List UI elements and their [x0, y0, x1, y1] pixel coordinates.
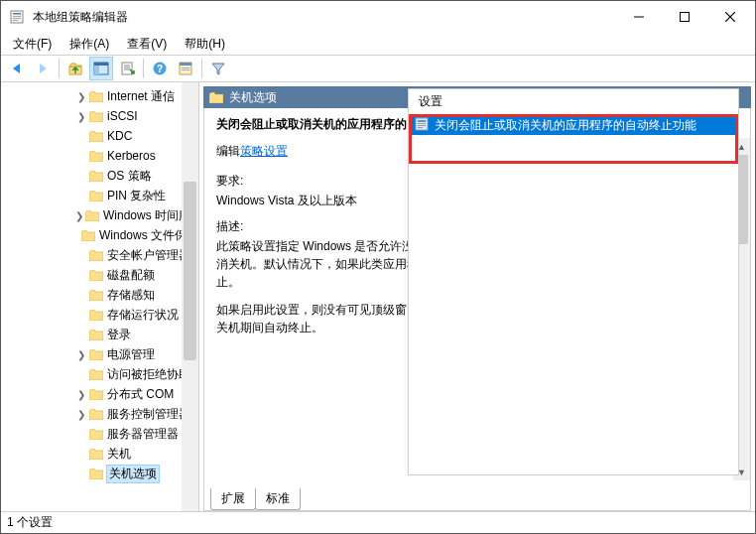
tree-item[interactable]: ❯Internet 通信 [1, 86, 198, 106]
svg-rect-18 [182, 67, 189, 68]
settings-list-item[interactable]: 关闭会阻止或取消关机的应用程序的自动终止功能 [409, 115, 738, 135]
edit-policy-link[interactable]: 策略设置 [240, 144, 288, 158]
tree-item-label: 关机选项 [107, 466, 159, 482]
tree-item-label: 安全帐户管理器 [107, 247, 190, 264]
tree-item[interactable]: 存储运行状况 [1, 305, 198, 325]
tree-expander-icon[interactable]: ❯ [75, 91, 87, 102]
folder-icon [89, 151, 103, 162]
settings-item-label: 关闭会阻止或取消关机的应用程序的自动终止功能 [435, 117, 696, 134]
tree-expander-icon[interactable]: ❯ [75, 210, 83, 221]
minimize-button[interactable] [616, 1, 662, 33]
svg-rect-4 [13, 20, 18, 21]
tree-item[interactable]: OS 策略 [1, 166, 198, 186]
folder-icon [89, 191, 103, 201]
tree-scrollbar[interactable] [182, 82, 198, 511]
tree-item-label: 访问被拒绝协助 [107, 366, 190, 383]
details-header-title: 关机选项 [229, 89, 277, 106]
tree-item[interactable]: 关机选项 [1, 464, 198, 483]
close-button[interactable] [707, 1, 753, 33]
tree-item[interactable]: 安全帐户管理器 [1, 245, 198, 265]
toolbar-separator [143, 59, 144, 78]
tree-item-label: 关机 [107, 446, 131, 463]
title-bar[interactable]: 本地组策略编辑器 [1, 1, 755, 33]
tree-scroll-thumb[interactable] [184, 182, 196, 360]
export-list-button[interactable] [115, 57, 139, 80]
help-button[interactable]: ? [148, 57, 172, 80]
folder-icon [89, 389, 103, 400]
properties-button[interactable] [174, 57, 197, 80]
tree-item[interactable]: Kerberos [1, 146, 198, 166]
tree-item[interactable]: ❯分布式 COM [1, 384, 198, 404]
detail-tabs: 扩展 标准 [204, 488, 300, 510]
tree-item[interactable]: ❯服务控制管理器 [1, 404, 198, 424]
maximize-button[interactable] [662, 1, 707, 33]
back-button[interactable] [5, 57, 29, 80]
folder-icon [89, 310, 103, 321]
tree-expander-icon[interactable]: ❯ [75, 111, 87, 122]
menu-action[interactable]: 操作(A) [62, 34, 117, 55]
svg-rect-2 [13, 16, 21, 17]
tree-item[interactable]: 登录 [1, 325, 198, 344]
tree-item[interactable]: PIN 复杂性 [1, 186, 198, 205]
tree-item-label: Internet 通信 [107, 88, 175, 105]
toolbar-separator [59, 59, 60, 78]
tree-item[interactable]: ❯Windows 时间服务 [1, 205, 198, 225]
tree-item-label: 电源管理 [107, 346, 155, 363]
tree-item[interactable]: KDC [1, 126, 198, 146]
edit-label: 编辑 [216, 144, 240, 158]
svg-rect-3 [13, 18, 21, 19]
filter-button[interactable] [206, 57, 230, 80]
folder-icon [209, 92, 223, 103]
tree-expander-icon[interactable]: ❯ [75, 349, 87, 360]
tab-extended[interactable]: 扩展 [210, 488, 256, 510]
toolbar: ? [1, 55, 755, 82]
status-bar: 1 个设置 [1, 511, 755, 533]
svg-rect-1 [13, 13, 21, 15]
tree-item[interactable]: ❯电源管理 [1, 344, 198, 364]
forward-button[interactable] [31, 57, 55, 80]
folder-icon [89, 171, 103, 182]
status-text: 1 个设置 [7, 514, 53, 531]
tree-item-label: Kerberos [107, 149, 156, 163]
folder-icon [89, 330, 103, 340]
svg-rect-24 [418, 127, 423, 128]
window-title: 本地组策略编辑器 [33, 9, 616, 26]
svg-rect-6 [681, 13, 690, 22]
settings-col-header[interactable]: 设置 [409, 89, 738, 115]
tree-pane[interactable]: ❯Internet 通信❯iSCSIKDCKerberosOS 策略PIN 复杂… [1, 82, 199, 511]
folder-icon [89, 111, 103, 122]
svg-rect-13 [122, 63, 132, 74]
tree-item-label: 存储运行状况 [107, 307, 179, 324]
folder-icon [81, 230, 95, 241]
tree-item[interactable]: 访问被拒绝协助 [1, 364, 198, 384]
tree-item[interactable]: 服务器管理器 [1, 424, 198, 444]
svg-text:?: ? [157, 64, 163, 74]
tree-item[interactable]: 关机 [1, 444, 198, 464]
tree-expander-icon[interactable]: ❯ [75, 389, 87, 400]
up-button[interactable] [63, 57, 87, 80]
folder-icon [89, 349, 103, 360]
menu-help[interactable]: 帮助(H) [177, 34, 233, 55]
tree-expander-icon[interactable]: ❯ [75, 409, 87, 420]
folder-icon [89, 369, 103, 380]
menu-file[interactable]: 文件(F) [5, 34, 60, 55]
tree-item[interactable]: ❯iSCSI [1, 106, 198, 126]
folder-icon [89, 250, 103, 261]
menu-view[interactable]: 查看(V) [119, 34, 175, 55]
tree-item-label: KDC [107, 129, 132, 143]
tree-item[interactable]: Windows 文件保护 [1, 225, 198, 245]
svg-rect-17 [180, 63, 191, 66]
tab-standard[interactable]: 标准 [255, 488, 301, 510]
settings-list-pane: 设置 关闭会阻止或取消关机的应用程序的自动终止功能 [408, 88, 739, 475]
folder-icon [89, 131, 103, 142]
toolbar-separator [201, 59, 202, 78]
svg-rect-12 [94, 63, 108, 66]
tree-item-label: 登录 [107, 327, 131, 343]
tree-item[interactable]: 存储感知 [1, 285, 198, 305]
folder-icon [89, 290, 103, 301]
svg-rect-22 [418, 123, 426, 124]
tree-item[interactable]: 磁盘配额 [1, 265, 198, 285]
show-hide-tree-button[interactable] [89, 57, 113, 80]
folder-icon [89, 270, 103, 281]
folder-icon [85, 210, 99, 221]
